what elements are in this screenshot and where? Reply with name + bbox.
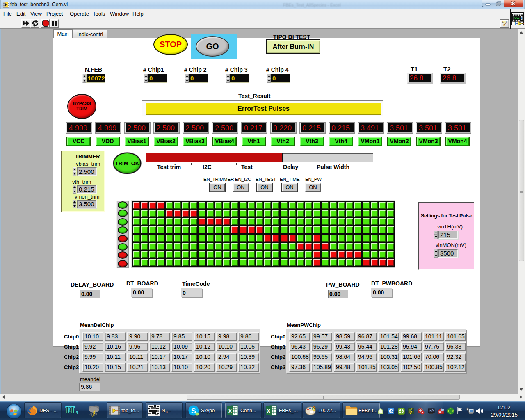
- svg-text:?: ?: [502, 20, 507, 27]
- svg-text:X: X: [267, 408, 271, 414]
- svg-text:S: S: [191, 406, 196, 415]
- svg-text:1: 1: [514, 20, 516, 25]
- svg-text:X: X: [228, 408, 232, 414]
